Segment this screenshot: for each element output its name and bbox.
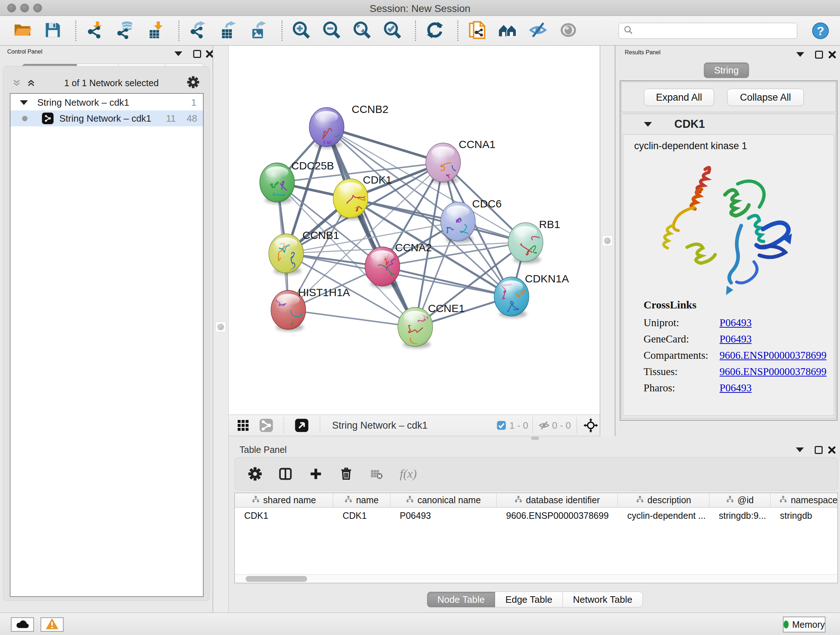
crosslink-link[interactable]: 9606.ENSP00000378699 <box>720 366 827 378</box>
crosslink-link[interactable]: 9606.ENSP00000378699 <box>720 349 827 361</box>
control-panel-float-button[interactable] <box>193 50 201 58</box>
column-header-shared-name[interactable]: shared name <box>235 493 333 507</box>
network-row[interactable]: String Network – cdk1 11 48 <box>11 111 203 126</box>
export-image-button[interactable] <box>249 21 269 41</box>
table-cell[interactable]: CDK1 <box>235 510 333 521</box>
refresh-layout-button[interactable] <box>425 21 445 41</box>
column-header-database-identifier[interactable]: database identifier <box>497 493 618 507</box>
import-network-database-button[interactable] <box>115 21 136 41</box>
collapse-all-networks-icon[interactable] <box>12 78 21 88</box>
crosslink-link[interactable]: P06493 <box>720 333 752 345</box>
hide-panels-button[interactable] <box>528 21 548 41</box>
left-splitter-handle[interactable] <box>215 321 226 333</box>
tab-node-table[interactable]: Node Table <box>427 592 495 608</box>
left-splitter[interactable] <box>213 46 229 613</box>
table-panel-close-button[interactable] <box>827 445 836 454</box>
results-panel-collapse-button[interactable] <box>796 52 804 57</box>
open-session-button[interactable] <box>12 21 33 41</box>
tab-network-table[interactable]: Network Table <box>563 592 643 608</box>
string-import-button[interactable] <box>467 21 487 41</box>
expand-all-button[interactable]: Expand All <box>644 89 714 106</box>
right-splitter[interactable] <box>600 46 615 436</box>
cloud-status-button[interactable] <box>11 617 34 632</box>
help-button[interactable]: ? <box>812 22 829 40</box>
right-splitter-handle[interactable] <box>602 235 613 246</box>
table-cell[interactable]: CDK1 <box>333 510 390 521</box>
open-in-window-button[interactable] <box>294 415 309 436</box>
delete-column-trash-icon[interactable] <box>339 467 354 481</box>
crosslink-link[interactable]: P06493 <box>720 382 752 394</box>
search-input[interactable] <box>637 25 793 36</box>
node-RB1[interactable]: RB1 <box>508 218 560 264</box>
string-network-graph[interactable]: CCNB2CCNA1CDC25BCDK1CDC6RB1CCNB1CCNA2CDK… <box>229 46 600 415</box>
node-CCNA1[interactable]: CCNA1 <box>426 138 496 184</box>
horizontal-scrollbar[interactable] <box>235 574 837 583</box>
table-settings-gear-icon[interactable] <box>248 467 262 481</box>
node-CDC25B[interactable]: CDC25B <box>260 160 334 204</box>
add-column-icon[interactable] <box>309 467 323 481</box>
network-share-button[interactable] <box>259 415 273 436</box>
column-header-name[interactable]: name <box>333 493 390 507</box>
network-canvas[interactable]: CCNB2CCNA1CDC25BCDK1CDC6RB1CCNB1CCNA2CDK… <box>229 46 600 415</box>
table-cell[interactable]: P06493 <box>390 510 497 521</box>
table-cell[interactable]: 9606.ENSP00000378699 <box>497 510 618 521</box>
delete-table-icon[interactable] <box>369 467 384 481</box>
table-panel-float-button[interactable] <box>815 446 823 454</box>
warnings-button[interactable] <box>41 617 64 632</box>
import-network-file-button[interactable] <box>85 21 105 41</box>
import-table-button[interactable] <box>146 21 166 41</box>
edge-CCNB2-CCNA1[interactable] <box>327 127 443 163</box>
zoom-in-icon <box>292 21 311 41</box>
save-session-button[interactable] <box>43 21 63 41</box>
table-cell[interactable]: stringdb <box>771 510 838 521</box>
column-header-namespace[interactable]: namespace <box>771 493 838 507</box>
node-CCNA2[interactable]: CCNA2 <box>365 241 432 288</box>
horizontal-splitter-handle[interactable] <box>531 437 539 440</box>
network-collection-row[interactable]: String Network – cdk1 1 <box>11 95 203 111</box>
results-panel-close-button[interactable] <box>827 50 836 59</box>
memory-button[interactable]: Memory <box>783 616 826 632</box>
zoom-selected-button[interactable] <box>382 21 403 41</box>
table-panel-collapse-button[interactable] <box>796 448 804 452</box>
show-columns-icon[interactable] <box>278 467 293 481</box>
tab-string[interactable]: String <box>704 62 749 78</box>
node-CCNB1[interactable]: CCNB1 <box>269 229 339 275</box>
export-table-button[interactable] <box>218 21 239 41</box>
scrollbar-thumb[interactable] <box>246 576 307 582</box>
table-cell[interactable]: stringdb:9... <box>709 510 771 521</box>
entry-expander-icon[interactable] <box>644 122 652 127</box>
zoom-in-button[interactable] <box>291 21 311 41</box>
footer-separator <box>576 417 577 434</box>
zoom-fit-button[interactable] <box>352 21 372 41</box>
expand-all-networks-icon[interactable] <box>27 78 36 88</box>
collapse-all-button[interactable]: Collapse All <box>727 89 804 106</box>
pan-crosshair-button[interactable] <box>583 415 598 436</box>
column-header--id[interactable]: @id <box>709 493 771 507</box>
eye-button[interactable] <box>558 21 578 41</box>
results-panel-float-button[interactable] <box>815 51 823 59</box>
tab-edge-table[interactable]: Edge Table <box>495 592 563 608</box>
node-CDKN1A[interactable]: CDKN1A <box>494 272 569 318</box>
table-row[interactable]: CDK1CDK1P064939606.ENSP00000378699cyclin… <box>235 508 837 524</box>
control-panel-close-button[interactable] <box>205 49 213 58</box>
horizontal-splitter[interactable] <box>229 436 840 440</box>
gear-icon[interactable] <box>187 76 199 90</box>
column-header-description[interactable]: description <box>618 493 709 507</box>
birds-eye-view-button[interactable] <box>237 415 249 436</box>
edge-HIST1H1A-CCNE1[interactable] <box>288 310 415 327</box>
crosslink-link[interactable]: P06493 <box>720 317 752 329</box>
houses-icon-button[interactable] <box>497 21 518 41</box>
table-cell[interactable]: cyclin-dependent ... <box>618 510 709 521</box>
control-panel-collapse-button[interactable] <box>174 51 182 56</box>
selected-checkbox-icon[interactable] <box>496 415 507 436</box>
column-header-canonical-name[interactable]: canonical name <box>390 493 497 507</box>
export-network-button[interactable] <box>188 21 208 41</box>
zoom-out-button[interactable] <box>322 21 342 41</box>
node-CCNE1[interactable]: CCNE1 <box>398 302 465 353</box>
node-HIST1H1A[interactable]: HIST1H1A <box>271 287 350 337</box>
cdk1-entry-header[interactable]: CDK1 <box>622 114 836 134</box>
node-CDC6[interactable]: CDC6 <box>441 198 502 243</box>
function-builder-icon[interactable]: f(x) <box>400 467 417 481</box>
edge-CCNA2-CDKN1A[interactable] <box>382 266 512 296</box>
tree-expander-icon[interactable] <box>20 100 28 105</box>
